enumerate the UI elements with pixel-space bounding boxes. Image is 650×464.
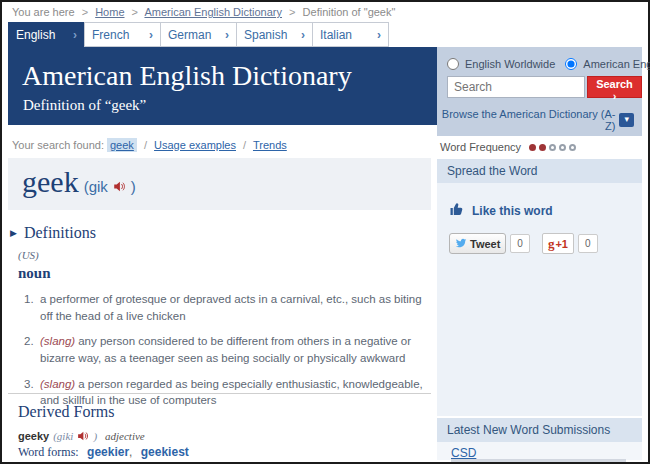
derived-word: geeky <box>18 430 49 442</box>
tweet-button[interactable]: Tweet <box>449 233 506 254</box>
breadcrumb-separator <box>82 6 88 18</box>
pronunciation-close: ) <box>131 178 136 195</box>
definition-item: 2. (slang)any person considered to be di… <box>24 333 428 366</box>
thumbs-up-icon <box>449 201 465 220</box>
frequency-dot-filled <box>539 144 546 151</box>
definitions-heading: Definitions <box>24 224 96 242</box>
search-found-label: Your search found: <box>12 139 104 151</box>
usage-examples-link[interactable]: Usage examples <box>154 139 236 151</box>
google-g-icon: g <box>548 236 555 252</box>
spread-the-word-heading: Spread the Word <box>437 159 642 183</box>
breadcrumb: You are here Home American English Dicti… <box>12 6 395 18</box>
plus-one-count: 0 <box>578 234 598 253</box>
separator: / <box>243 139 246 151</box>
english-worldwide-label: English Worldwide <box>465 58 555 70</box>
breadcrumb-home-link[interactable]: Home <box>95 6 124 18</box>
latest-submissions-panel: Latest New Word Submissions <box>437 418 642 442</box>
derived-pronunciation-close: ) <box>93 430 97 442</box>
definition-text: a performer of grotesque or depraved act… <box>40 291 428 324</box>
tab-german[interactable]: German <box>160 22 237 47</box>
tab-label: Italian <box>320 28 352 42</box>
slang-label: (slang) <box>40 378 75 390</box>
search-input[interactable] <box>447 76 585 98</box>
submission-link-csd[interactable]: CSD <box>451 446 476 460</box>
chevron-right-icon <box>301 28 305 42</box>
clipped-text-row <box>451 459 626 462</box>
search-panel: English Worldwide American English Searc… <box>437 47 642 136</box>
definition-item: 1. a performer of grotesque or depraved … <box>24 291 428 324</box>
browse-dictionary-link[interactable]: Browse the American Dictionary (A-Z) <box>437 108 615 132</box>
triangle-right-icon <box>10 228 17 238</box>
page-header: American English Dictionary Definition o… <box>8 47 437 125</box>
breadcrumb-dictionary-link[interactable]: American English Dictionary <box>144 6 282 18</box>
language-tabs: English French German Spanish Italian <box>8 22 389 47</box>
breadcrumb-prefix: You are here <box>12 6 75 18</box>
tab-english[interactable]: English <box>8 22 85 47</box>
spread-the-word-panel: Spread the Word Like this word Tweet 0 g… <box>437 159 642 416</box>
tab-label: French <box>92 28 129 42</box>
breadcrumb-separator <box>289 6 295 18</box>
word-frequency-dots <box>529 144 576 151</box>
search-button[interactable]: Search <box>587 76 642 98</box>
definitions-header[interactable]: Definitions <box>10 224 96 242</box>
chevron-right-icon <box>225 28 229 42</box>
slang-label: (slang) <box>40 335 75 347</box>
region-label: (US) <box>18 249 39 261</box>
tweet-label: Tweet <box>470 238 500 250</box>
word-form-geekiest-link[interactable]: geekiest <box>141 445 189 459</box>
word-form-geekier-link[interactable]: geekier <box>87 445 129 459</box>
part-of-speech: noun <box>18 265 51 282</box>
definition-number: 2. <box>24 333 40 366</box>
latest-submissions-list: CSD <box>437 442 642 460</box>
tab-spanish[interactable]: Spanish <box>236 22 313 47</box>
speaker-icon[interactable] <box>113 179 126 197</box>
american-english-radio[interactable] <box>565 58 577 70</box>
trends-link[interactable]: Trends <box>253 139 287 151</box>
speaker-icon[interactable] <box>77 430 89 444</box>
plus-one-label: +1 <box>555 238 568 250</box>
derived-word-line: geeky (giki ) adjective <box>18 429 145 443</box>
twitter-bird-icon <box>455 237 467 251</box>
google-plus-one-button[interactable]: g +1 <box>542 233 574 254</box>
definition-number: 1. <box>24 291 40 324</box>
frequency-dot-empty <box>569 144 576 151</box>
definition-text: (slang)any person considered to be diffe… <box>40 333 428 366</box>
chevron-right-icon <box>73 28 77 42</box>
derived-pronunciation: (giki <box>53 430 73 442</box>
breadcrumb-separator <box>132 6 138 18</box>
tab-label: English <box>16 28 55 42</box>
tab-label: German <box>168 28 211 42</box>
comma: , <box>129 445 132 459</box>
word-frequency: Word Frequency <box>440 141 576 153</box>
derived-part-of-speech: adjective <box>105 430 145 442</box>
american-english-label: American English <box>583 58 650 70</box>
frequency-dot-empty <box>549 144 556 151</box>
headword: geek <box>22 165 79 199</box>
search-found-bar: Your search found: geek / Usage examples… <box>12 139 287 151</box>
chevron-down-icon[interactable] <box>619 113 634 127</box>
page: You are here Home American English Dicti… <box>0 0 650 464</box>
tweet-count: 0 <box>510 234 530 253</box>
english-worldwide-radio[interactable] <box>447 58 459 70</box>
chevron-right-icon <box>377 28 381 42</box>
tab-italian[interactable]: Italian <box>312 22 389 47</box>
latest-submissions-heading: Latest New Word Submissions <box>437 418 642 442</box>
frequency-dot-empty <box>559 144 566 151</box>
social-buttons: Tweet 0 g +1 0 <box>449 233 642 254</box>
tab-french[interactable]: French <box>84 22 161 47</box>
separator: / <box>144 139 147 151</box>
page-subtitle: Definition of “geek” <box>23 97 437 114</box>
browse-row: Browse the American Dictionary (A-Z) <box>437 108 634 132</box>
search-row: Search <box>447 76 642 98</box>
word-forms-line: Word forms: geekier, geekiest <box>18 445 189 460</box>
like-this-word-button[interactable]: Like this word <box>449 201 642 220</box>
dictionary-scope-radios: English Worldwide American English <box>447 58 642 70</box>
word-frequency-label: Word Frequency <box>440 141 521 153</box>
section-divider <box>8 393 431 394</box>
breadcrumb-current: Definition of "geek" <box>303 6 396 18</box>
derived-forms-heading: Derived Forms <box>18 403 114 421</box>
frequency-dot-filled <box>529 144 536 151</box>
definitions-list: 1. a performer of grotesque or depraved … <box>24 291 428 418</box>
like-this-word-label: Like this word <box>472 204 553 218</box>
search-found-word-link[interactable]: geek <box>107 138 137 152</box>
